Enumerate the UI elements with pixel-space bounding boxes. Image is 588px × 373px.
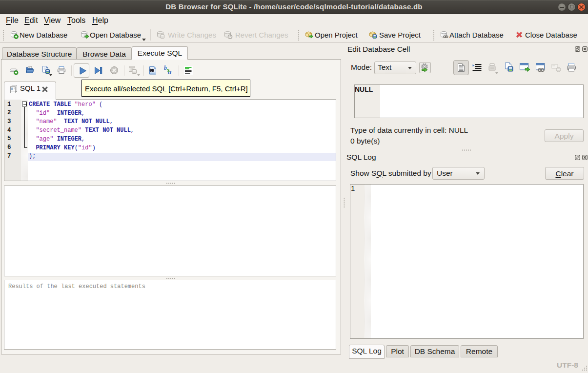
svg-text:b: b — [164, 64, 167, 71]
